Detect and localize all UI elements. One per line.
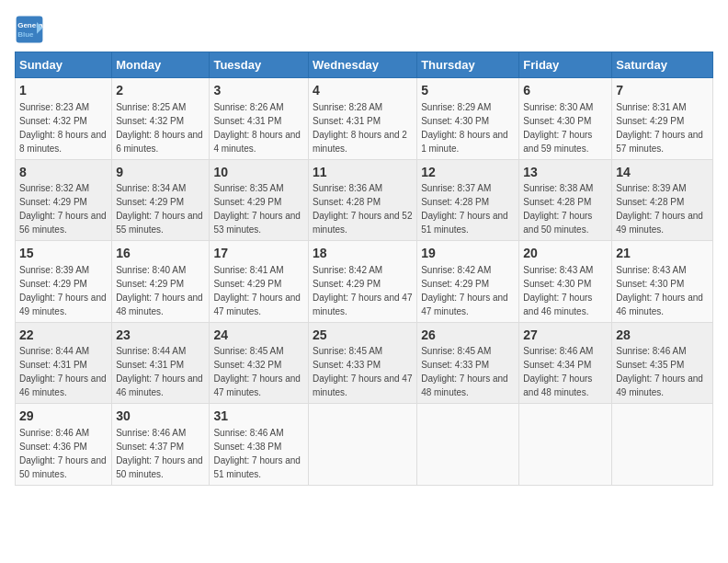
- day-sunrise: Sunrise: 8:44 AM: [116, 346, 186, 356]
- day-daylight: Daylight: 7 hours and 56 minutes.: [19, 211, 107, 235]
- day-number: 25: [313, 327, 413, 345]
- day-daylight: Daylight: 7 hours and 57 minutes.: [616, 130, 703, 154]
- day-sunrise: Sunrise: 8:42 AM: [421, 265, 491, 275]
- calendar-cell: 29Sunrise: 8:46 AMSunset: 4:36 PMDayligh…: [16, 404, 112, 486]
- day-number: 4: [313, 82, 413, 100]
- day-daylight: Daylight: 7 hours and 47 minutes.: [313, 373, 412, 397]
- calendar-cell: 31Sunrise: 8:46 AMSunset: 4:38 PMDayligh…: [210, 404, 309, 486]
- day-sunrise: Sunrise: 8:39 AM: [616, 183, 686, 193]
- day-daylight: Daylight: 8 hours and 4 minutes.: [213, 130, 301, 154]
- day-sunrise: Sunrise: 8:46 AM: [616, 346, 686, 356]
- header-thursday: Thursday: [417, 52, 519, 78]
- day-daylight: Daylight: 7 hours and 53 minutes.: [213, 211, 301, 235]
- day-number: 13: [523, 164, 608, 182]
- calendar-cell: 7Sunrise: 8:31 AMSunset: 4:29 PMDaylight…: [612, 78, 713, 160]
- day-daylight: Daylight: 8 hours and 1 minute.: [421, 130, 508, 154]
- day-sunrise: Sunrise: 8:46 AM: [19, 428, 89, 438]
- day-sunrise: Sunrise: 8:44 AM: [19, 346, 89, 356]
- day-sunrise: Sunrise: 8:46 AM: [523, 346, 593, 356]
- day-number: 7: [616, 82, 709, 100]
- day-daylight: Daylight: 7 hours and 50 minutes.: [523, 211, 592, 235]
- header-sunday: Sunday: [16, 52, 112, 78]
- day-sunrise: Sunrise: 8:36 AM: [313, 183, 382, 193]
- day-number: 28: [616, 327, 709, 345]
- day-sunset: Sunset: 4:28 PM: [421, 197, 489, 207]
- day-number: 11: [313, 164, 413, 182]
- day-daylight: Daylight: 7 hours and 47 minutes.: [313, 293, 412, 316]
- day-sunrise: Sunrise: 8:39 AM: [19, 265, 89, 275]
- day-daylight: Daylight: 7 hours and 46 minutes.: [19, 373, 107, 397]
- calendar-cell: [519, 404, 612, 486]
- day-sunset: Sunset: 4:31 PM: [116, 360, 184, 370]
- day-sunset: Sunset: 4:29 PM: [213, 279, 281, 289]
- day-number: 30: [116, 408, 205, 426]
- day-sunrise: Sunrise: 8:46 AM: [213, 428, 283, 438]
- calendar-cell: 25Sunrise: 8:45 AMSunset: 4:33 PMDayligh…: [309, 322, 417, 404]
- day-daylight: Daylight: 7 hours and 46 minutes.: [523, 293, 592, 316]
- calendar-week-row: 8Sunrise: 8:32 AMSunset: 4:29 PMDaylight…: [16, 159, 713, 241]
- day-sunset: Sunset: 4:29 PM: [616, 116, 684, 126]
- calendar-cell: 23Sunrise: 8:44 AMSunset: 4:31 PMDayligh…: [112, 322, 210, 404]
- day-number: 6: [523, 82, 608, 100]
- day-sunset: Sunset: 4:29 PM: [116, 279, 184, 289]
- day-number: 20: [523, 245, 608, 263]
- day-sunrise: Sunrise: 8:25 AM: [116, 102, 186, 112]
- day-number: 16: [116, 245, 205, 263]
- calendar-cell: 28Sunrise: 8:46 AMSunset: 4:35 PMDayligh…: [612, 322, 713, 404]
- day-sunrise: Sunrise: 8:45 AM: [421, 346, 491, 356]
- day-sunset: Sunset: 4:38 PM: [213, 442, 281, 452]
- day-daylight: Daylight: 7 hours and 55 minutes.: [116, 211, 203, 235]
- day-sunrise: Sunrise: 8:35 AM: [213, 183, 283, 193]
- calendar-week-row: 29Sunrise: 8:46 AMSunset: 4:36 PMDayligh…: [16, 404, 713, 486]
- day-daylight: Daylight: 7 hours and 49 minutes.: [616, 373, 703, 397]
- day-sunset: Sunset: 4:29 PM: [213, 197, 281, 207]
- day-sunrise: Sunrise: 8:37 AM: [421, 183, 491, 193]
- calendar-cell: 2Sunrise: 8:25 AMSunset: 4:32 PMDaylight…: [112, 78, 210, 160]
- day-number: 5: [421, 82, 515, 100]
- day-number: 12: [421, 164, 515, 182]
- day-sunset: Sunset: 4:31 PM: [313, 116, 381, 126]
- day-daylight: Daylight: 7 hours and 50 minutes.: [116, 455, 203, 479]
- day-sunrise: Sunrise: 8:41 AM: [213, 265, 283, 275]
- day-number: 8: [19, 164, 108, 182]
- calendar-week-row: 15Sunrise: 8:39 AMSunset: 4:29 PMDayligh…: [16, 241, 713, 323]
- calendar-cell: 26Sunrise: 8:45 AMSunset: 4:33 PMDayligh…: [417, 322, 519, 404]
- day-sunset: Sunset: 4:35 PM: [616, 360, 684, 370]
- day-daylight: Daylight: 7 hours and 49 minutes.: [19, 293, 107, 316]
- day-daylight: Daylight: 7 hours and 52 minutes.: [313, 211, 412, 235]
- day-number: 14: [616, 164, 709, 182]
- day-sunset: Sunset: 4:30 PM: [523, 116, 591, 126]
- day-number: 29: [19, 408, 108, 426]
- day-number: 21: [616, 245, 709, 263]
- calendar-cell: 27Sunrise: 8:46 AMSunset: 4:34 PMDayligh…: [519, 322, 612, 404]
- header-saturday: Saturday: [612, 52, 713, 78]
- day-sunset: Sunset: 4:32 PM: [213, 360, 281, 370]
- calendar-cell: 21Sunrise: 8:43 AMSunset: 4:30 PMDayligh…: [612, 241, 713, 323]
- calendar-cell: 1Sunrise: 8:23 AMSunset: 4:32 PMDaylight…: [16, 78, 112, 160]
- calendar-cell: 10Sunrise: 8:35 AMSunset: 4:29 PMDayligh…: [210, 159, 309, 241]
- day-daylight: Daylight: 7 hours and 48 minutes.: [421, 373, 508, 397]
- calendar-cell: 14Sunrise: 8:39 AMSunset: 4:28 PMDayligh…: [612, 159, 713, 241]
- calendar-cell: [417, 404, 519, 486]
- day-sunrise: Sunrise: 8:45 AM: [213, 346, 283, 356]
- calendar-table: SundayMondayTuesdayWednesdayThursdayFrid…: [15, 52, 713, 486]
- day-sunset: Sunset: 4:29 PM: [313, 279, 381, 289]
- day-number: 18: [313, 245, 413, 263]
- day-sunrise: Sunrise: 8:32 AM: [19, 183, 89, 193]
- day-daylight: Daylight: 7 hours and 50 minutes.: [19, 455, 107, 479]
- day-sunset: Sunset: 4:33 PM: [421, 360, 489, 370]
- day-number: 24: [213, 327, 304, 345]
- day-number: 1: [19, 82, 108, 100]
- day-sunrise: Sunrise: 8:34 AM: [116, 183, 186, 193]
- header-wednesday: Wednesday: [309, 52, 417, 78]
- day-number: 9: [116, 164, 205, 182]
- day-number: 10: [213, 164, 304, 182]
- day-sunset: Sunset: 4:31 PM: [213, 116, 281, 126]
- day-daylight: Daylight: 7 hours and 48 minutes.: [116, 293, 203, 316]
- day-daylight: Daylight: 7 hours and 47 minutes.: [213, 293, 301, 316]
- day-daylight: Daylight: 7 hours and 51 minutes.: [421, 211, 508, 235]
- calendar-cell: 11Sunrise: 8:36 AMSunset: 4:28 PMDayligh…: [309, 159, 417, 241]
- day-sunrise: Sunrise: 8:30 AM: [523, 102, 593, 112]
- day-sunrise: Sunrise: 8:38 AM: [523, 183, 593, 193]
- calendar-cell: 20Sunrise: 8:43 AMSunset: 4:30 PMDayligh…: [519, 241, 612, 323]
